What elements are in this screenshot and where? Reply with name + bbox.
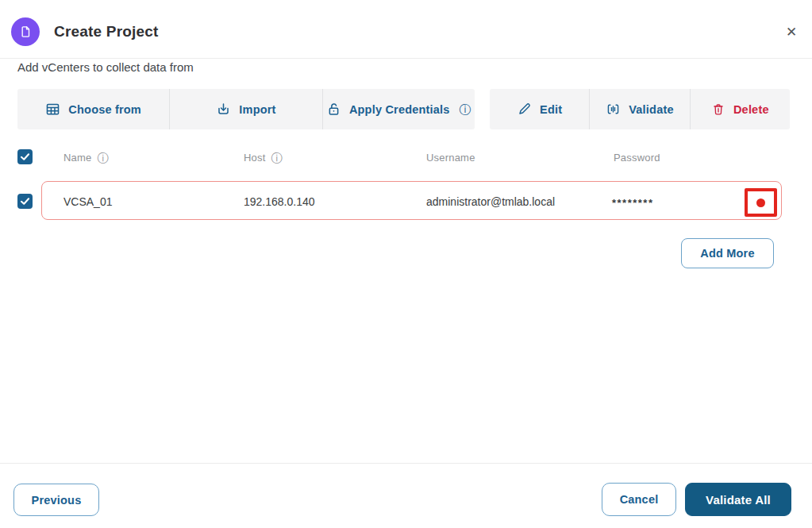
document-icon <box>17 24 33 40</box>
annotation-highlight-box <box>745 188 777 217</box>
create-project-dialog: Create Project ✕ Add vCenters to collect… <box>0 0 812 528</box>
project-badge <box>11 17 40 46</box>
import-label: Import <box>239 103 275 116</box>
column-header-username: Username <box>426 152 475 164</box>
validate-all-button[interactable]: Validate All <box>685 483 791 516</box>
pencil-icon <box>517 102 532 117</box>
add-vcenter-toolbar: Choose from Import Apply Credentials <box>17 89 475 129</box>
page-title: Create Project <box>54 23 159 40</box>
validate-label: Validate <box>629 103 673 116</box>
edit-label: Edit <box>540 103 562 116</box>
footer-divider <box>0 463 812 464</box>
select-all-checkbox[interactable] <box>17 149 33 164</box>
add-more-button[interactable]: Add More <box>681 238 774 268</box>
unlock-icon <box>326 102 341 117</box>
column-header-host: Host ⓘ <box>244 152 283 164</box>
edit-button[interactable]: Edit <box>490 89 590 129</box>
row-name-value[interactable]: VCSA_01 <box>63 195 112 208</box>
validate-button[interactable]: Validate <box>590 89 690 129</box>
table-icon <box>45 102 60 117</box>
checkmark-icon <box>20 196 30 206</box>
error-status-dot[interactable] <box>756 198 765 207</box>
row-password-value[interactable]: ******** <box>612 197 653 209</box>
close-icon[interactable]: ✕ <box>782 22 801 41</box>
row-actions-toolbar: Edit Validate <box>490 89 790 129</box>
trash-icon <box>711 102 725 117</box>
apply-credentials-button[interactable]: Apply Credentials ⓘ <box>323 89 475 129</box>
validate-scan-icon <box>606 102 621 117</box>
row-username-value[interactable]: administrator@tmlab.local <box>426 195 555 208</box>
checkmark-icon <box>20 152 30 162</box>
apply-credentials-info-icon[interactable]: ⓘ <box>460 103 471 115</box>
host-info-icon[interactable]: ⓘ <box>271 152 283 164</box>
dialog-subtitle: Add vCenters to collect data from <box>17 60 194 74</box>
row-checkbox[interactable] <box>17 194 33 209</box>
delete-button[interactable]: Delete <box>691 89 790 129</box>
import-icon <box>216 102 231 117</box>
import-button[interactable]: Import <box>170 89 322 129</box>
choose-from-label: Choose from <box>68 103 141 116</box>
previous-button[interactable]: Previous <box>13 484 99 516</box>
header-divider <box>0 58 812 59</box>
cancel-button[interactable]: Cancel <box>602 483 676 516</box>
choose-from-button[interactable]: Choose from <box>17 89 170 129</box>
column-header-password: Password <box>614 152 660 164</box>
apply-credentials-label: Apply Credentials <box>349 103 450 116</box>
delete-label: Delete <box>733 103 769 116</box>
column-header-name: Name ⓘ <box>63 152 109 164</box>
vcenter-row[interactable] <box>41 181 782 220</box>
row-host-value[interactable]: 192.168.0.140 <box>244 195 315 208</box>
name-info-icon[interactable]: ⓘ <box>97 152 108 164</box>
